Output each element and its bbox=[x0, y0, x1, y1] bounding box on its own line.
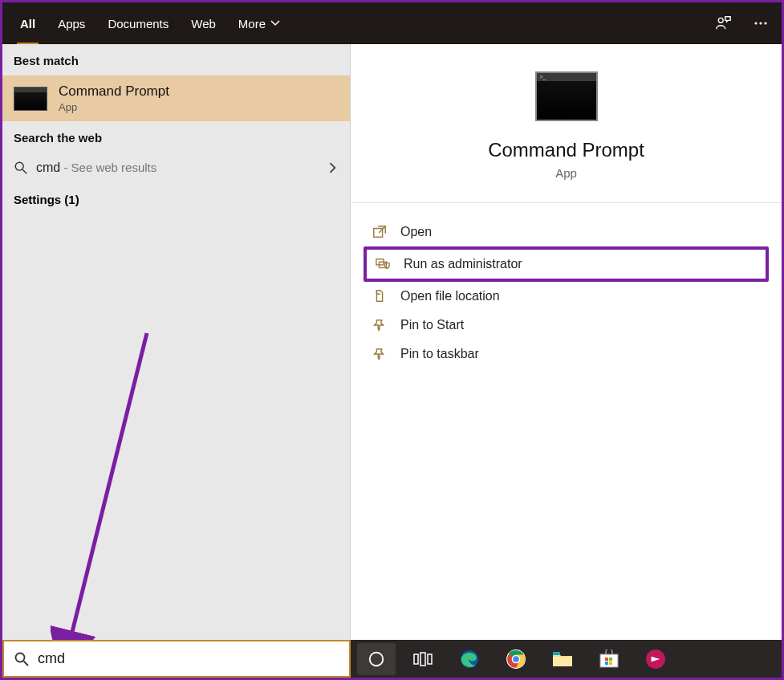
svg-point-1 bbox=[754, 22, 757, 24]
command-prompt-icon bbox=[14, 87, 47, 111]
more-options-icon[interactable] bbox=[753, 15, 769, 31]
actions-list: Open Run as administrator Open file loca… bbox=[351, 203, 782, 383]
taskbar-chrome[interactable] bbox=[497, 643, 535, 675]
svg-rect-22 bbox=[553, 652, 560, 655]
open-icon bbox=[372, 224, 388, 240]
search-icon bbox=[14, 161, 28, 175]
result-title: Command Prompt bbox=[59, 83, 169, 100]
svg-point-2 bbox=[759, 22, 762, 24]
svg-rect-28 bbox=[609, 662, 612, 665]
action-open-file-location[interactable]: Open file location bbox=[364, 282, 769, 311]
results-panel: Best match Command Prompt App Search the… bbox=[2, 44, 351, 640]
bottom-bar bbox=[2, 640, 782, 678]
settings-result[interactable]: Settings (1) bbox=[2, 183, 350, 216]
web-hint: - See web results bbox=[60, 161, 156, 174]
search-header: All Apps Documents Web More bbox=[2, 2, 782, 44]
svg-line-11 bbox=[24, 661, 29, 666]
tab-more-label: More bbox=[238, 17, 266, 31]
result-subtitle: App bbox=[59, 101, 169, 113]
filter-tabs: All Apps Documents Web More bbox=[9, 2, 291, 44]
action-pin-to-taskbar[interactable]: Pin to taskbar bbox=[364, 340, 769, 369]
preview-subtitle: App bbox=[555, 166, 577, 180]
svg-rect-15 bbox=[428, 654, 432, 664]
pin-icon bbox=[372, 346, 388, 362]
preview-panel: Command Prompt App Open Run as administr… bbox=[351, 44, 782, 640]
chevron-right-icon bbox=[327, 162, 339, 173]
taskbar-task-view[interactable] bbox=[404, 643, 442, 675]
tab-web[interactable]: Web bbox=[180, 2, 227, 44]
action-run-as-administrator[interactable]: Run as administrator bbox=[364, 246, 769, 282]
folder-icon bbox=[372, 288, 388, 304]
search-icon bbox=[14, 651, 30, 667]
best-match-heading: Best match bbox=[2, 44, 350, 75]
svg-rect-25 bbox=[605, 658, 608, 661]
annotation-arrow bbox=[51, 325, 179, 670]
tab-documents[interactable]: Documents bbox=[96, 2, 180, 44]
action-label: Open bbox=[400, 225, 432, 239]
taskbar-app[interactable] bbox=[636, 643, 675, 675]
action-label: Pin to Start bbox=[400, 318, 464, 332]
svg-rect-27 bbox=[605, 662, 608, 665]
svg-rect-14 bbox=[420, 653, 425, 666]
search-input[interactable] bbox=[38, 650, 339, 667]
svg-line-6 bbox=[67, 333, 147, 654]
tab-apps[interactable]: Apps bbox=[47, 2, 96, 44]
svg-rect-13 bbox=[414, 654, 418, 664]
taskbar-file-explorer[interactable] bbox=[543, 643, 582, 675]
pin-icon bbox=[372, 317, 388, 333]
action-label: Pin to taskbar bbox=[400, 347, 479, 361]
search-web-heading: Search the web bbox=[2, 121, 350, 153]
chevron-down-icon bbox=[270, 18, 280, 28]
taskbar-edge[interactable] bbox=[450, 643, 489, 675]
action-pin-to-start[interactable]: Pin to Start bbox=[364, 311, 769, 340]
taskbar-cortana[interactable] bbox=[357, 643, 396, 675]
taskbar-microsoft-store[interactable] bbox=[590, 643, 628, 675]
svg-point-4 bbox=[15, 162, 23, 170]
svg-point-12 bbox=[370, 652, 384, 666]
taskbar bbox=[351, 640, 782, 678]
web-result[interactable]: cmd - See web results bbox=[2, 153, 350, 183]
action-label: Run as administrator bbox=[404, 257, 522, 271]
tab-all[interactable]: All bbox=[9, 2, 47, 44]
svg-point-3 bbox=[764, 22, 766, 24]
svg-line-5 bbox=[22, 169, 26, 173]
preview-title: Command Prompt bbox=[488, 139, 644, 161]
action-open[interactable]: Open bbox=[364, 218, 769, 246]
admin-shield-icon bbox=[375, 256, 391, 272]
best-match-result[interactable]: Command Prompt App bbox=[2, 75, 350, 121]
svg-rect-26 bbox=[609, 658, 612, 661]
tab-more[interactable]: More bbox=[227, 2, 291, 44]
svg-rect-23 bbox=[553, 657, 572, 666]
web-query: cmd bbox=[36, 161, 60, 174]
search-box[interactable] bbox=[2, 640, 351, 678]
svg-point-10 bbox=[16, 653, 25, 662]
svg-point-0 bbox=[718, 18, 723, 22]
preview-app-icon bbox=[535, 71, 598, 121]
feedback-icon[interactable] bbox=[714, 14, 732, 32]
action-label: Open file location bbox=[400, 289, 500, 303]
